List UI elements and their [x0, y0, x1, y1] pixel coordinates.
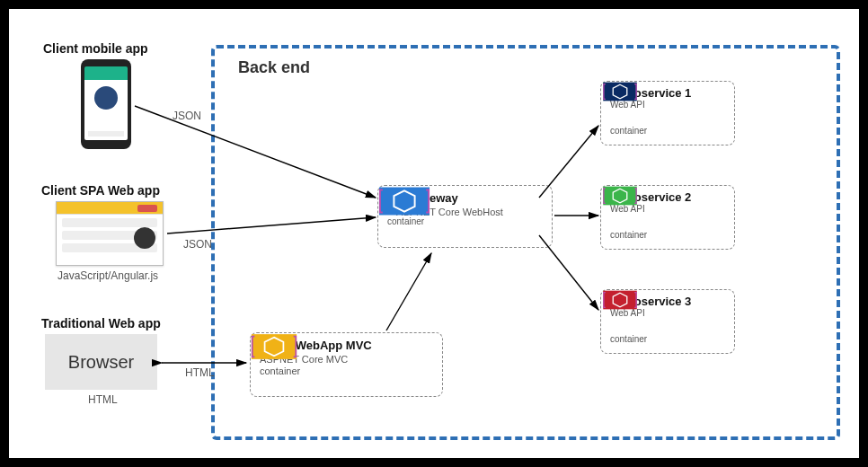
svg-line-14 — [539, 126, 598, 198]
svg-line-10 — [135, 106, 376, 198]
svg-line-16 — [539, 235, 598, 310]
svg-line-11 — [167, 217, 376, 234]
arrows-layer — [9, 9, 859, 458]
edge-spa-json: JSON — [183, 238, 212, 251]
diagram-canvas: Back end Client mobile app Client SPA We… — [9, 9, 859, 458]
edge-mobile-json: JSON — [173, 110, 201, 122]
svg-line-13 — [386, 253, 431, 330]
edge-html: HTML — [185, 366, 215, 379]
